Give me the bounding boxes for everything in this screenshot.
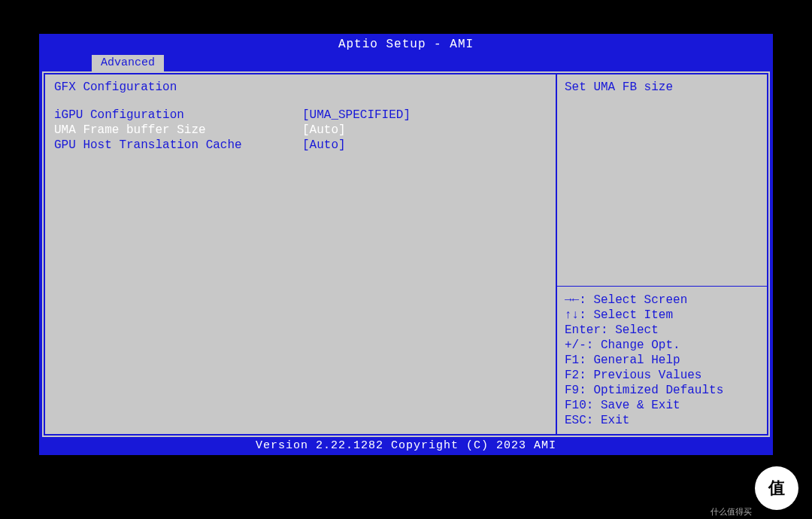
watermark-logo: 值 bbox=[755, 466, 798, 510]
section-title: GFX Configuration bbox=[54, 80, 547, 94]
option-value: [UMA_SPECIFIED] bbox=[302, 108, 547, 123]
version-text: Version 2.22.1282 Copyright (C) 2023 AMI bbox=[256, 439, 556, 452]
footer-bar: Version 2.22.1282 Copyright (C) 2023 AMI bbox=[39, 437, 773, 455]
option-label: UMA Frame buffer Size bbox=[54, 123, 302, 138]
key-legend: →←: Select Screen ↑↓: Select Item Enter:… bbox=[557, 287, 767, 434]
key-select-screen: →←: Select Screen bbox=[565, 293, 759, 308]
key-select-item: ↑↓: Select Item bbox=[565, 308, 759, 323]
key-enter-select: Enter: Select bbox=[565, 323, 759, 338]
watermark-text: 什么值得买 bbox=[710, 506, 752, 517]
key-esc-exit: ESC: Exit bbox=[565, 413, 759, 428]
app-title: Aptio Setup - AMI bbox=[338, 38, 474, 51]
help-description: Set UMA FB size bbox=[565, 80, 759, 94]
main-area: GFX Configuration iGPU Configuration [UM… bbox=[42, 71, 770, 437]
option-label: GPU Host Translation Cache bbox=[54, 138, 302, 153]
bios-screen: Aptio Setup - AMI Advanced GFX Configura… bbox=[39, 34, 773, 455]
key-previous-values: F2: Previous Values bbox=[565, 368, 759, 383]
option-value: [Auto] bbox=[302, 138, 547, 153]
title-bar: Aptio Setup - AMI bbox=[39, 34, 773, 55]
key-change-opt: +/-: Change Opt. bbox=[565, 338, 759, 353]
option-value: [Auto] bbox=[302, 123, 547, 138]
option-igpu-configuration[interactable]: iGPU Configuration [UMA_SPECIFIED] bbox=[54, 108, 547, 123]
key-general-help: F1: General Help bbox=[565, 353, 759, 368]
key-optimized-defaults: F9: Optimized Defaults bbox=[565, 383, 759, 398]
option-label: iGPU Configuration bbox=[54, 108, 302, 123]
tab-advanced[interactable]: Advanced bbox=[92, 55, 164, 71]
help-description-area: Set UMA FB size bbox=[557, 74, 767, 287]
help-panel: Set UMA FB size →←: Select Screen ↑↓: Se… bbox=[556, 73, 768, 436]
key-save-exit: F10: Save & Exit bbox=[565, 398, 759, 413]
option-gpu-host-translation-cache[interactable]: GPU Host Translation Cache [Auto] bbox=[54, 138, 547, 153]
settings-panel: GFX Configuration iGPU Configuration [UM… bbox=[44, 73, 556, 436]
tab-strip: Advanced bbox=[39, 55, 773, 71]
option-uma-frame-buffer-size[interactable]: UMA Frame buffer Size [Auto] bbox=[54, 123, 547, 138]
